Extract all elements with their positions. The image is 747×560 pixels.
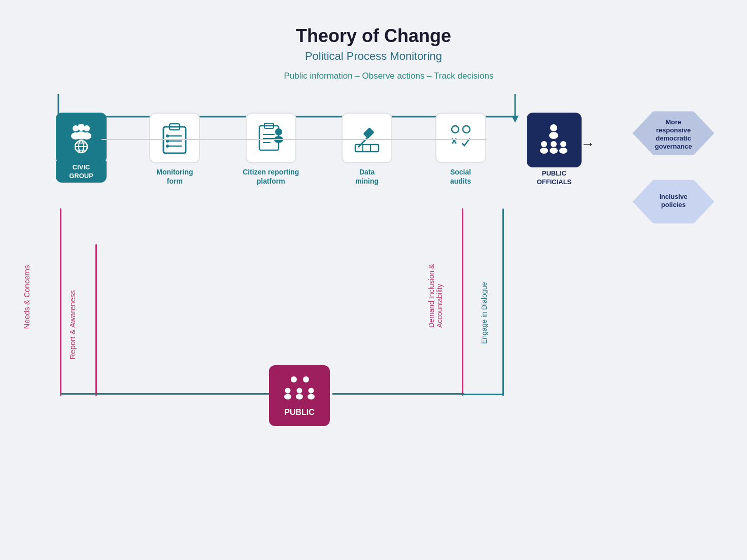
civic-group-icon-box <box>56 113 107 163</box>
svg-point-35 <box>452 126 459 133</box>
svg-marker-63 <box>502 208 504 215</box>
svg-point-68 <box>285 388 290 394</box>
svg-text:responsive: responsive <box>656 126 691 134</box>
svg-point-6 <box>84 125 90 131</box>
svg-text:governance: governance <box>655 143 692 150</box>
svg-point-46 <box>559 148 567 154</box>
svg-point-8 <box>78 124 85 131</box>
social-audits-label: Socialaudits <box>450 167 471 186</box>
svg-text:More: More <box>665 118 681 126</box>
monitoring-form-icon-box <box>149 113 200 163</box>
data-mining-label: Datamining <box>355 167 379 186</box>
svg-point-70 <box>296 388 302 394</box>
public-label: PUBLIC <box>284 408 315 417</box>
hex-inclusive-policies: Inclusive policies <box>630 178 717 226</box>
svg-point-42 <box>540 148 548 154</box>
bottom-horiz-left <box>60 393 283 395</box>
svg-point-45 <box>560 141 566 147</box>
svg-point-40 <box>549 132 558 139</box>
social-audits-icon <box>445 122 477 154</box>
node-civic-group: CIVICGROUP <box>51 113 112 183</box>
svg-point-43 <box>551 141 557 147</box>
nodes-connector-line <box>101 138 487 141</box>
svg-point-18 <box>166 134 169 137</box>
svg-marker-57 <box>60 208 61 215</box>
svg-text:policies: policies <box>661 201 686 208</box>
node-social-audits: Socialaudits <box>430 113 491 186</box>
svg-point-67 <box>303 376 309 382</box>
svg-point-28 <box>275 128 282 135</box>
svg-text:democratic: democratic <box>656 134 691 142</box>
nodes-row: CIVICGROUP <box>51 113 585 187</box>
demand-inclusion-arrow <box>462 208 463 396</box>
hex-arrow: → <box>581 136 595 152</box>
svg-point-44 <box>550 148 558 154</box>
monitoring-form-icon <box>159 122 190 155</box>
report-awareness-label: Report & Awareness <box>68 290 77 359</box>
node-public-officials: PUBLICOFFICIALS <box>524 113 585 187</box>
svg-marker-75 <box>332 393 339 395</box>
svg-text:Inclusive: Inclusive <box>659 193 688 200</box>
svg-point-22 <box>166 145 169 148</box>
svg-point-9 <box>76 131 86 139</box>
svg-point-71 <box>296 394 303 400</box>
teal-bottom-right-corner <box>461 393 504 396</box>
social-audits-icon-box <box>435 113 486 163</box>
svg-point-69 <box>284 394 291 400</box>
node-citizen-reporting: Citizen reportingplatform <box>238 113 304 186</box>
demand-inclusion-label: Demand Inclusion &Accountability <box>427 264 444 328</box>
title-section: Theory of Change Political Process Monit… <box>0 0 747 63</box>
page: Theory of Change Political Process Monit… <box>0 0 747 560</box>
civic-group-label: CIVICGROUP <box>56 161 107 183</box>
public-officials-icon-box <box>527 113 582 167</box>
node-monitoring-form: Monitoringform <box>144 113 205 186</box>
svg-rect-31 <box>363 127 375 139</box>
citizen-reporting-icon-box <box>246 113 296 163</box>
svg-point-73 <box>308 394 315 400</box>
public-box: PUBLIC <box>269 365 330 426</box>
data-mining-icon-box <box>342 113 392 163</box>
data-mining-icon <box>351 122 383 154</box>
svg-marker-59 <box>95 243 97 251</box>
public-officials-icon <box>535 122 573 158</box>
citizen-reporting-label: Citizen reportingplatform <box>243 167 299 186</box>
report-awareness-arrow <box>95 243 97 396</box>
engage-dialogue-arrow <box>502 208 504 396</box>
svg-point-66 <box>291 376 297 382</box>
public-to-right-arrow <box>332 393 464 395</box>
svg-point-39 <box>550 124 557 131</box>
main-title: Theory of Change <box>0 25 747 47</box>
needs-concerns-arrow <box>60 208 61 396</box>
hex-responsive-governance: More responsive democratic governance <box>630 109 717 157</box>
monitoring-form-label: Monitoringform <box>156 167 193 186</box>
civic-group-icon <box>63 120 99 156</box>
svg-point-36 <box>463 126 470 133</box>
svg-point-72 <box>308 388 314 394</box>
public-officials-label: PUBLICOFFICIALS <box>537 169 572 187</box>
top-info-label: Public information – Observe actions – T… <box>51 71 727 81</box>
needs-concerns-label: Needs & Concerns <box>22 265 31 329</box>
svg-point-41 <box>541 141 547 147</box>
public-icon <box>281 374 319 405</box>
engage-dialogue-label: Engage in Dialogue <box>480 282 488 344</box>
citizen-reporting-icon <box>254 122 287 155</box>
diagram-area: Public information – Observe actions – T… <box>20 71 727 545</box>
svg-point-4 <box>73 125 79 131</box>
svg-marker-61 <box>462 208 463 215</box>
hexagons-column: More responsive democratic governance In… <box>630 109 717 226</box>
subtitle: Political Process Monitoring <box>0 50 747 63</box>
node-data-mining: Datamining <box>336 113 397 186</box>
